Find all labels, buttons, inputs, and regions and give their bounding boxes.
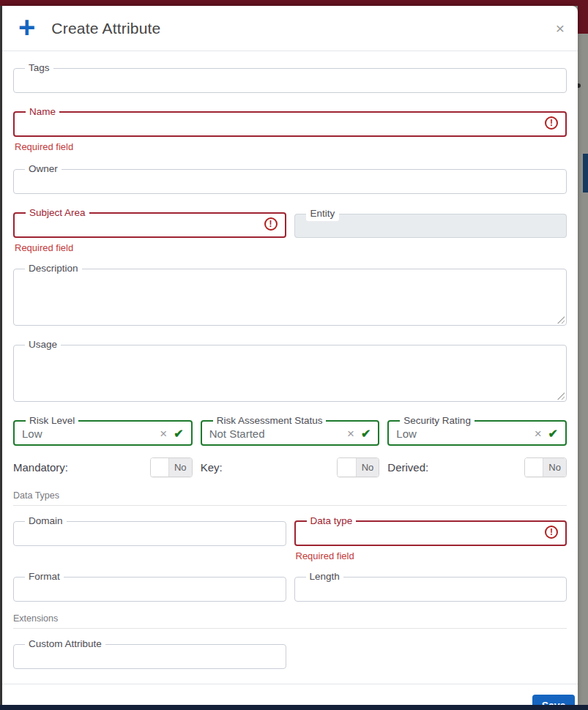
key-toggle-state: No [357,458,379,477]
description-label: Description [25,264,82,274]
custom-attribute-input[interactable] [21,651,278,663]
risk-assessment-status-select[interactable]: Risk Assessment Status Not Started × ✔ [201,416,380,446]
subject-area-label: Subject Area [26,208,89,219]
custom-attribute-field-group: Custom Attribute [13,639,286,669]
risk-assessment-status-label: Risk Assessment Status [213,416,327,427]
name-input[interactable] [22,119,558,131]
owner-label: Owner [25,164,62,175]
close-icon[interactable]: × [556,20,566,36]
risk-assessment-status-value: Not Started [209,427,347,440]
data-types-section-header: Data Types [13,490,567,506]
data-type-field-group: Data type ! Required field [294,516,567,561]
length-input[interactable] [302,583,559,596]
derived-toggle-cell: Derived: No [387,457,567,477]
mandatory-toggle-cell: Mandatory: No [13,457,193,477]
data-type-input[interactable] [303,528,559,540]
usage-textarea[interactable] [21,351,559,363]
error-icon: ! [545,526,558,539]
risk-level-label: Risk Level [26,416,78,427]
entity-input [302,222,559,234]
risk-level-value: Low [22,427,160,440]
clear-icon[interactable]: × [160,427,167,441]
length-field-group: Length [294,572,567,602]
toggle-knob [525,458,543,477]
check-icon: ✔ [548,427,558,441]
key-toggle-cell: Key: No [201,457,380,477]
format-input[interactable] [21,583,278,596]
data-type-error-message: Required field [296,550,567,561]
description-field-group: Description [13,264,567,326]
dialog-footer: Save [2,684,578,705]
mandatory-toggle-state: No [169,458,192,477]
owner-field-group: Owner [13,164,567,194]
error-icon: ! [545,116,558,130]
backdrop-bottom-strip [0,705,588,710]
spacer [294,639,567,669]
error-icon: ! [264,217,278,231]
name-field-group: Name ! Required field [13,107,567,152]
description-textarea[interactable] [21,274,559,287]
security-rating-label: Security Rating [400,416,475,427]
dialog-title: Create Attribute [51,20,160,37]
risk-level-select[interactable]: Risk Level Low × ✔ [13,416,193,446]
domain-input[interactable] [21,528,278,540]
extensions-section-header: Extensions [13,613,567,629]
domain-label: Domain [25,516,67,527]
derived-toggle-state: No [543,458,566,477]
backdrop-top-strip [0,0,588,6]
length-label: Length [306,572,343,583]
save-button[interactable]: Save [532,695,575,705]
data-type-label: Data type [307,516,357,527]
dialog-body: Tags Name ! Required field Owner [2,51,578,669]
clear-icon[interactable]: × [535,427,542,441]
screen: + Create Attribute × Tags Name ! Require… [0,0,588,710]
check-icon: ✔ [174,427,183,441]
name-label: Name [26,107,59,118]
check-icon: ✔ [361,427,371,441]
clear-icon[interactable]: × [347,427,354,441]
derived-label: Derived: [387,461,428,474]
mandatory-toggle[interactable]: No [150,457,193,477]
toggle-knob [151,458,169,477]
security-rating-select[interactable]: Security Rating Low × ✔ [387,416,567,446]
derived-toggle[interactable]: No [524,457,567,477]
custom-attribute-label: Custom Attribute [25,639,105,650]
tags-field-group: Tags [13,63,567,93]
toggle-knob [338,458,356,477]
name-error-message: Required field [15,141,567,152]
tags-label: Tags [25,63,53,74]
usage-field-group: Usage [13,340,567,402]
usage-label: Usage [25,340,61,351]
subject-area-error-message: Required field [15,242,286,253]
format-field-group: Format [13,572,286,602]
owner-input[interactable] [21,176,559,188]
entity-label: Entity [306,208,340,221]
dialog-header: + Create Attribute × [2,6,578,51]
key-label: Key: [201,461,223,474]
plus-icon: + [18,14,35,40]
tags-input[interactable] [21,75,559,87]
mandatory-label: Mandatory: [13,461,68,474]
create-attribute-dialog: + Create Attribute × Tags Name ! Require… [2,6,578,705]
format-label: Format [25,572,64,583]
subject-area-field-group: Subject Area ! Required field [13,208,286,253]
security-rating-value: Low [396,427,534,440]
key-toggle[interactable]: No [337,457,379,477]
backdrop-navy-strip [583,154,588,193]
domain-field-group: Domain [13,516,286,561]
entity-field-group: Entity [294,208,567,253]
subject-area-input[interactable] [22,220,278,232]
flags-row: Mandatory: No Key: No Derived: [13,457,567,477]
